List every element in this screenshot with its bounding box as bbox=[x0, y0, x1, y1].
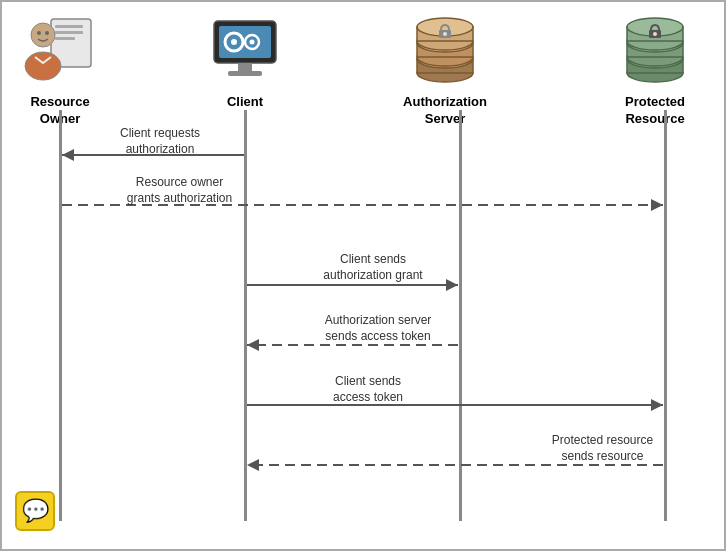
actor-protected-resource: ProtectedResource bbox=[605, 10, 705, 128]
svg-point-11 bbox=[231, 39, 237, 45]
svg-point-13 bbox=[250, 40, 255, 45]
svg-rect-2 bbox=[55, 31, 83, 34]
auth-server-icon bbox=[405, 10, 485, 90]
svg-point-37 bbox=[653, 32, 657, 36]
client-icon bbox=[205, 10, 285, 90]
auth-server-label: AuthorizationServer bbox=[403, 94, 487, 128]
lifeline-resource-owner bbox=[59, 110, 62, 521]
svg-point-7 bbox=[25, 52, 61, 80]
client-label: Client bbox=[227, 94, 263, 111]
svg-rect-1 bbox=[55, 25, 83, 28]
arrow6-label: Protected resourcesends resource bbox=[510, 433, 695, 464]
lifeline-client bbox=[244, 110, 247, 521]
svg-rect-14 bbox=[238, 63, 252, 71]
svg-point-6 bbox=[45, 31, 49, 35]
protected-resource-label: ProtectedResource bbox=[625, 94, 685, 128]
arrow4-label: Authorization serversends access token bbox=[278, 313, 478, 344]
arrow1-label: Client requestsauthorization bbox=[90, 126, 230, 157]
arrow2-label: Resource ownergrants authorization bbox=[87, 175, 272, 206]
svg-rect-15 bbox=[228, 71, 262, 76]
arrow5-label: Client sendsaccess token bbox=[278, 374, 458, 405]
svg-point-26 bbox=[443, 32, 447, 36]
resource-owner-icon bbox=[20, 10, 100, 90]
arrow3-label: Client sendsauthorization grant bbox=[278, 252, 468, 283]
svg-point-5 bbox=[37, 31, 41, 35]
protected-resource-icon bbox=[615, 10, 695, 90]
svg-rect-3 bbox=[55, 37, 75, 40]
chat-icon[interactable]: 💬 bbox=[15, 491, 55, 531]
diagram: Resource Owner Client bbox=[0, 0, 726, 551]
actor-client: Client bbox=[195, 10, 295, 111]
actor-auth-server: AuthorizationServer bbox=[395, 10, 495, 128]
svg-point-4 bbox=[31, 23, 55, 47]
